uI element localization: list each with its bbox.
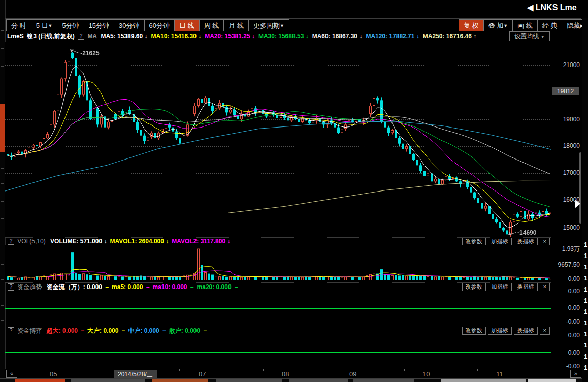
help-icon[interactable]: ? [8, 283, 14, 291]
ma-value: MA60: 16867.30 ↓ [312, 33, 363, 40]
window-corner-title: ◀ LNKS Lme [527, 3, 588, 14]
bottom-tab-7[interactable] [528, 379, 576, 382]
sidebar-glyph-fragment [1, 264, 4, 265]
tool-button-1[interactable]: 叠 加▼ [484, 20, 513, 31]
main-chart-canvas[interactable] [5, 42, 551, 237]
quote-digit-fragment: 1 [584, 274, 587, 282]
period-toolbar: 分 时5 日▼5分钟15分钟30分钟60分钟日 线周 线月 线更多周期▼ [6, 19, 289, 31]
volume-panel-title[interactable]: VOL(5,10) [17, 238, 45, 245]
period-button-3[interactable]: 15分钟 [84, 20, 114, 31]
indicator-value: VOLUME: 571.000 ↓ [50, 238, 107, 245]
bottom-tab-5[interactable] [353, 379, 414, 382]
volume-chart-canvas[interactable] [5, 245, 551, 282]
bottom-tab-6[interactable] [441, 379, 526, 382]
series-dash: − [235, 283, 238, 291]
ma-value: MA5: 15389.60 ↓ [101, 33, 147, 40]
ma-toggle-label[interactable]: MA [87, 33, 97, 40]
period-button-2[interactable]: 5分钟 [57, 20, 84, 31]
indicator-value: 大户: 0.000 [87, 327, 118, 334]
ma-value: MA30: 15688.53 ↓ [258, 33, 309, 40]
sidebar-glyph-fragment [1, 30, 4, 31]
close-icon[interactable]: × [540, 283, 550, 291]
scroll-right-button[interactable]: » [570, 370, 581, 378]
sidebar-glyph-fragment [1, 48, 4, 49]
panel-button-2[interactable]: 换指标 [514, 238, 538, 246]
trading-app-window: ◀ LNKS Lme 分 时5 日▼5分钟15分钟30分钟60分钟日 线周 线月… [0, 0, 588, 382]
axis-label: 0.00 [551, 288, 580, 295]
ma-values: MA5: 15389.60 ↓MA10: 15416.30 ↓MA20: 153… [101, 33, 480, 40]
period-button-1[interactable]: 5 日▼ [31, 20, 58, 31]
right-quote-panel-sliver[interactable]: 111111111111 [582, 18, 588, 382]
axis-scrollbar-thumb[interactable] [579, 152, 581, 224]
sidebar-glyph-fragment [1, 218, 4, 219]
panel-button-0[interactable]: 改参数 [462, 283, 486, 291]
axis-label: 9657.50 [551, 261, 580, 268]
tool-button-3[interactable]: 经 典 [538, 20, 563, 31]
fund-game-panel-title[interactable]: 资金博弈 [17, 327, 42, 334]
sidebar-glyph-fragment [1, 183, 4, 184]
left-sidebar-active-tab[interactable] [0, 104, 5, 152]
period-button-6[interactable]: 日 线 [175, 20, 200, 31]
time-tick [477, 369, 478, 371]
price-axis: 19812 2100019000180001700016000150001.93… [551, 42, 582, 378]
chevron-down-icon: ▼ [280, 23, 284, 28]
axis-label: 0.00 [551, 275, 580, 282]
ma-value: MA10: 15416.30 ↓ [151, 33, 201, 40]
scroll-left-button[interactable]: « [6, 370, 17, 378]
quote-digit-fragment: 1 [584, 297, 587, 304]
panel-button-1[interactable]: 加指标 [488, 327, 512, 335]
period-button-7[interactable]: 周 线 [200, 20, 224, 31]
indicator-value: 超大: 0.000 [47, 327, 78, 334]
indicator-value: ma5: 0.000 [112, 283, 143, 291]
chart-tools-toolbar: 复 权叠 加▼画 线经 典隐藏▶▶ [459, 19, 588, 31]
ma-value: MA120: 17882.71 ↓ [366, 33, 419, 40]
fund-trend-panel-title[interactable]: 资金趋势 [17, 283, 42, 291]
ma-value: MA20: 15381.25 ↓ [205, 33, 255, 40]
series-dash: − [162, 327, 166, 334]
period-button-4[interactable]: 30分钟 [114, 20, 144, 31]
bottom-tab-0[interactable] [15, 379, 65, 382]
period-button-0[interactable]: 分 时 [7, 20, 31, 31]
ma-value: MA250: 16716.46 ↑ [423, 33, 476, 40]
series-dash: − [203, 327, 207, 334]
quote-digit-fragment: 1 [584, 263, 587, 271]
quote-digit-fragment: 1 [584, 252, 587, 260]
panel-button-0[interactable]: 改参数 [462, 238, 486, 246]
panel-button-1[interactable]: 加指标 [488, 238, 512, 246]
indicator-info-bar: LmeS_镍3 (日线,前复权) ? MA MA5: 15389.60 ↓MA1… [7, 32, 510, 41]
chevron-down-icon: ▼ [48, 23, 52, 28]
tool-button-0[interactable]: 复 权 [459, 20, 484, 31]
quote-digit-fragment: 1 [584, 241, 587, 248]
period-button-5[interactable]: 60分钟 [145, 20, 175, 31]
bottom-tab-2[interactable] [152, 379, 208, 382]
fund-trend-panel-header: ? 资金趋势 资金流（万）: 0.000−ma5: 0.000−ma10: 0.… [6, 283, 241, 291]
period-button-9[interactable]: 更多周期▼ [249, 20, 289, 31]
axis-label: 21000 [551, 61, 580, 69]
period-button-8[interactable]: 月 线 [224, 20, 249, 31]
ma-settings-button[interactable]: 设置均线 ▼ [509, 31, 550, 41]
time-tick [331, 369, 331, 371]
sidebar-glyph-fragment [1, 66, 4, 67]
panel-button-2[interactable]: 换指标 [514, 327, 538, 335]
help-icon[interactable]: ? [8, 238, 14, 245]
indicator-value: 散户: 0.000 [169, 327, 200, 334]
close-icon[interactable]: × [540, 238, 550, 246]
fund-game-panel-buttons: 改参数加指标换指标× [462, 327, 550, 335]
time-tick [404, 369, 405, 371]
bottom-tab-3[interactable] [216, 379, 282, 382]
sidebar-glyph-fragment [1, 201, 4, 202]
volume-panel-header: ? VOL(5,10) VOLUME: 571.000 ↓MAVOL1: 260… [6, 238, 233, 245]
bottom-tab-4[interactable] [289, 379, 348, 382]
panel-button-2[interactable]: 换指标 [514, 283, 538, 291]
indicator-value: 中户: 0.000 [128, 327, 159, 334]
indicator-value: MAVOL1: 2604.000 ↓ [110, 238, 169, 245]
help-icon[interactable]: ? [78, 33, 84, 40]
chevron-icon: ▼ [503, 23, 508, 28]
panel-button-1[interactable]: 加指标 [488, 283, 512, 291]
bottom-tab-1[interactable] [71, 379, 145, 382]
close-icon[interactable]: × [540, 327, 550, 335]
help-icon[interactable]: ? [8, 327, 14, 334]
quote-digit-fragment: 1 [584, 364, 587, 371]
tool-button-2[interactable]: 画 线 [513, 20, 538, 31]
panel-button-0[interactable]: 改参数 [462, 327, 486, 335]
